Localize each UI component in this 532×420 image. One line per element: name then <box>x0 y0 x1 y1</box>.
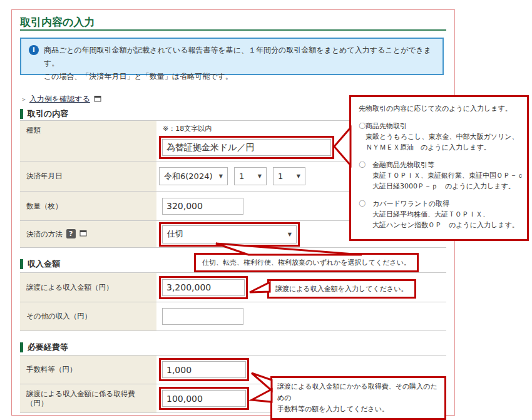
chevron-down-icon: ▼ <box>297 173 300 179</box>
other-income-value-cell <box>156 305 446 328</box>
type-highlight-box <box>159 136 334 159</box>
section-heading-income-label: 収入金額 <box>28 259 60 270</box>
section-heading-transaction: 取引の内容 <box>20 108 68 120</box>
settlement-month-select[interactable]: 1 ▼ <box>234 167 267 185</box>
chevron-down-icon: ▼ <box>258 173 262 179</box>
settlement-method-label: 決済の方法 ? <box>20 221 156 247</box>
chevron-right-icon: ＞ <box>21 95 27 104</box>
settlement-year-select[interactable]: 令和6(2024) ▼ <box>159 167 228 185</box>
type-label-text: 種類 <box>26 126 41 135</box>
table-row-other-income: その他の収入（円） <box>20 302 446 331</box>
settlement-method-label-text: 決済の方法 <box>26 230 63 239</box>
annotation-line: 〇商品先物取引 <box>359 121 521 131</box>
info-note-line2: この場合、「決済年月日」と「数量」は省略可能です。 <box>44 70 436 83</box>
expense-hint-callout: 譲渡による収入金額にかかる取得費、その購入のための 手数料等の額を入力してくださ… <box>270 376 446 420</box>
info-note-line1: 商品ごとの年間取引金額が記載されている報告書等を基に、１年間分の取引金額をまとめ… <box>44 44 436 70</box>
futures-annotation-box: 先物取引の内容に応じて次のように入力します。 〇商品先物取引 東穀とうもろこし、… <box>349 95 529 241</box>
annotation-line: 大証日経平均株価、大証ＴＯＰＩＸ、 <box>359 209 521 220</box>
fee-highlight-box <box>159 358 249 381</box>
other-income-label-text: その他の収入（円） <box>26 312 91 321</box>
section-bar <box>20 109 23 119</box>
annotation-line: 〇 カバードワラントの取得 <box>359 198 521 209</box>
section-heading-expense-label: 必要経費等 <box>28 342 68 353</box>
example-link[interactable]: 入力例を確認する <box>29 94 90 105</box>
transfer-income-highlight-box <box>159 276 248 299</box>
other-income-input[interactable] <box>162 308 243 325</box>
annotation-line: 先物取引の内容に応じて次のように入力します。 <box>359 103 521 114</box>
external-window-icon <box>94 95 101 104</box>
expense-hint-line2: 手数料等の額を入力してください。 <box>277 404 439 415</box>
annotation-line: 東証ＴＯＰＩＸ、東証銀行業、東証中国ＯＰ－ｃ <box>359 170 521 181</box>
transfer-income-label-text: 譲渡による収入金額（円） <box>26 283 113 292</box>
type-input[interactable] <box>162 139 331 156</box>
quantity-label: 数量（枚） <box>20 192 156 220</box>
settlement-method-select[interactable]: 仕切 ▼ <box>162 225 297 243</box>
example-link-row: ＞ 入力例を確認する <box>21 94 101 105</box>
other-income-label: その他の収入（円） <box>20 302 156 330</box>
fee-label: 手数料等（円） <box>20 356 156 384</box>
quantity-label-text: 数量（枚） <box>26 202 63 211</box>
page-title: 取引内容の入力 <box>20 15 95 29</box>
section-heading-expense: 必要経費等 <box>20 342 68 353</box>
settlement-date-label: 決済年月日 <box>20 161 156 191</box>
annotation-line: ＮＹＭＥＸ原油 のように入力します。 <box>359 142 521 153</box>
settlement-day-value: 1 <box>278 172 283 181</box>
acquisition-cost-input[interactable] <box>162 390 246 407</box>
info-note-box: i 商品ごとの年間取引金額が記載されている報告書等を基に、１年間分の取引金額をま… <box>20 38 444 75</box>
annotation-line: 大証日経3000Ｐ－ｐ のように入力します。 <box>359 181 521 192</box>
screen: 取引内容の入力 i 商品ごとの年間取引金額が記載されている報告書等を基に、１年間… <box>0 0 532 420</box>
chevron-down-icon: ▼ <box>219 173 223 179</box>
settlement-method-hint-callout: 仕切、転売、権利行使、権利放棄のいずれかを選択してください。 <box>194 253 419 272</box>
settlement-month-value: 1 <box>239 172 244 181</box>
annotation-line: 〇 金融商品先物取引等 <box>359 160 521 170</box>
income-hint-callout: 譲渡による収入金額を入力してください。 <box>267 279 416 299</box>
info-note-text: 商品ごとの年間取引金額が記載されている報告書等を基に、１年間分の取引金額をまとめ… <box>44 44 436 83</box>
quantity-input[interactable] <box>162 198 243 215</box>
section-heading-transaction-label: 取引の内容 <box>28 108 68 120</box>
transfer-income-input[interactable] <box>162 279 245 296</box>
section-bar <box>20 259 23 269</box>
settlement-method-value: 仕切 <box>167 228 183 240</box>
section-heading-income: 収入金額 <box>20 259 60 270</box>
chevron-down-icon: ▼ <box>288 232 292 237</box>
acquisition-cost-highlight-box <box>159 387 249 410</box>
help-icon[interactable]: ? <box>66 229 76 238</box>
section-bar <box>20 342 23 352</box>
settlement-method-highlight-box: 仕切 ▼ <box>159 222 300 247</box>
acquisition-cost-label-text: 譲渡による収入金額に係る取得費（円） <box>26 389 153 408</box>
fee-label-text: 手数料等（円） <box>26 365 77 374</box>
settlement-date-label-text: 決済年月日 <box>26 172 63 181</box>
expense-hint-line1: 譲渡による収入金額にかかる取得費、その購入のための <box>277 381 439 404</box>
external-window-icon <box>79 230 87 238</box>
info-icon: i <box>29 45 39 55</box>
annotation-line: 東穀とうもろこし、東京金、中部大阪ガソリン、 <box>359 131 521 142</box>
type-label: 種類 <box>20 121 156 161</box>
annotation-line: 大証ハンセン指数ＯＰ のように入力します。 <box>359 220 521 230</box>
settlement-day-select[interactable]: 1 ▼ <box>273 167 305 185</box>
title-underline <box>20 29 446 31</box>
transfer-income-label: 譲渡による収入金額（円） <box>20 273 156 302</box>
fee-input[interactable] <box>162 361 246 378</box>
acquisition-cost-label: 譲渡による収入金額に係る取得費（円） <box>20 384 156 412</box>
settlement-year-value: 令和6(2024) <box>164 171 213 182</box>
